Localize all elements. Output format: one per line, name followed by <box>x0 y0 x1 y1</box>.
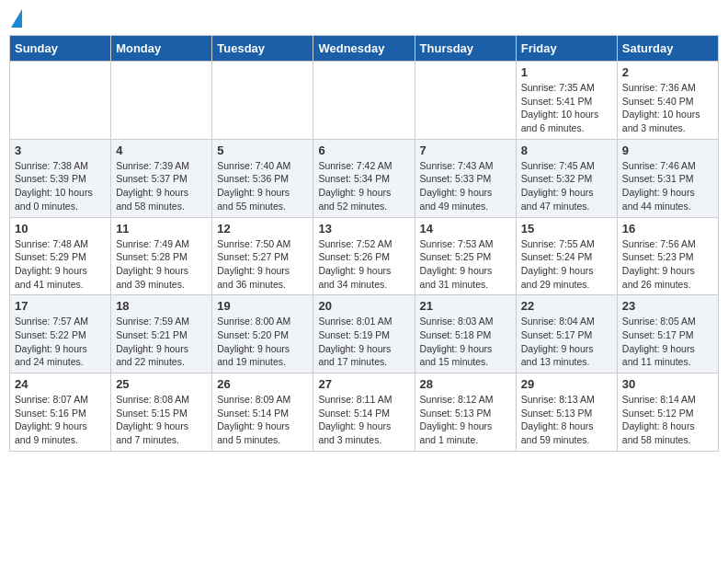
day-cell: 29Sunrise: 8:13 AM Sunset: 5:13 PM Dayli… <box>516 373 617 452</box>
day-info: Sunrise: 7:55 AM Sunset: 5:24 PM Dayligh… <box>521 237 612 292</box>
day-cell: 24Sunrise: 8:07 AM Sunset: 5:16 PM Dayli… <box>10 373 111 452</box>
day-info: Sunrise: 7:52 AM Sunset: 5:26 PM Dayligh… <box>318 237 409 292</box>
day-number: 5 <box>217 144 308 157</box>
day-info: Sunrise: 7:38 AM Sunset: 5:39 PM Dayligh… <box>15 159 106 213</box>
day-cell <box>212 62 313 140</box>
day-number: 13 <box>318 222 409 236</box>
day-cell: 21Sunrise: 8:03 AM Sunset: 5:18 PM Dayli… <box>415 295 516 373</box>
day-info: Sunrise: 8:09 AM Sunset: 5:14 PM Dayligh… <box>217 393 308 447</box>
day-info: Sunrise: 7:35 AM Sunset: 5:41 PM Dayligh… <box>521 81 612 135</box>
week-row-4: 17Sunrise: 7:57 AM Sunset: 5:22 PM Dayli… <box>10 295 719 373</box>
day-info: Sunrise: 7:43 AM Sunset: 5:33 PM Dayligh… <box>420 159 511 213</box>
day-number: 20 <box>318 299 409 313</box>
header-row: SundayMondayTuesdayWednesdayThursdayFrid… <box>10 36 719 62</box>
col-header-wednesday: Wednesday <box>313 36 415 62</box>
day-number: 28 <box>420 377 511 391</box>
day-number: 12 <box>217 222 308 236</box>
day-number: 2 <box>622 65 713 79</box>
day-cell: 11Sunrise: 7:49 AM Sunset: 5:28 PM Dayli… <box>111 217 212 295</box>
day-info: Sunrise: 7:48 AM Sunset: 5:29 PM Dayligh… <box>15 237 106 292</box>
day-number: 29 <box>521 377 612 391</box>
day-info: Sunrise: 7:46 AM Sunset: 5:31 PM Dayligh… <box>622 159 713 213</box>
day-cell: 7Sunrise: 7:43 AM Sunset: 5:33 PM Daylig… <box>415 139 516 217</box>
col-header-sunday: Sunday <box>10 36 111 62</box>
day-number: 8 <box>521 144 612 157</box>
col-header-saturday: Saturday <box>617 36 718 62</box>
day-cell: 8Sunrise: 7:45 AM Sunset: 5:32 PM Daylig… <box>516 139 617 217</box>
day-cell: 18Sunrise: 7:59 AM Sunset: 5:21 PM Dayli… <box>111 295 212 373</box>
week-row-2: 3Sunrise: 7:38 AM Sunset: 5:39 PM Daylig… <box>10 139 719 217</box>
day-info: Sunrise: 8:13 AM Sunset: 5:13 PM Dayligh… <box>521 393 612 447</box>
day-info: Sunrise: 7:57 AM Sunset: 5:22 PM Dayligh… <box>15 315 106 369</box>
day-info: Sunrise: 7:45 AM Sunset: 5:32 PM Dayligh… <box>521 159 612 213</box>
day-cell <box>415 62 516 140</box>
day-cell: 14Sunrise: 7:53 AM Sunset: 5:25 PM Dayli… <box>415 217 516 295</box>
day-number: 21 <box>420 299 511 313</box>
day-info: Sunrise: 7:39 AM Sunset: 5:37 PM Dayligh… <box>116 159 207 213</box>
day-cell: 30Sunrise: 8:14 AM Sunset: 5:12 PM Dayli… <box>617 373 718 452</box>
day-cell: 13Sunrise: 7:52 AM Sunset: 5:26 PM Dayli… <box>313 217 415 295</box>
day-number: 16 <box>622 222 713 236</box>
day-number: 6 <box>318 144 409 157</box>
day-number: 14 <box>420 222 511 236</box>
day-cell <box>111 62 212 140</box>
day-cell: 1Sunrise: 7:35 AM Sunset: 5:41 PM Daylig… <box>516 62 617 140</box>
calendar-table: SundayMondayTuesdayWednesdayThursdayFrid… <box>9 35 719 452</box>
day-cell: 12Sunrise: 7:50 AM Sunset: 5:27 PM Dayli… <box>212 217 313 295</box>
day-cell: 10Sunrise: 7:48 AM Sunset: 5:29 PM Dayli… <box>10 217 111 295</box>
day-number: 19 <box>217 299 308 313</box>
day-info: Sunrise: 7:59 AM Sunset: 5:21 PM Dayligh… <box>116 315 207 369</box>
day-info: Sunrise: 7:50 AM Sunset: 5:27 PM Dayligh… <box>217 237 308 292</box>
week-row-1: 1Sunrise: 7:35 AM Sunset: 5:41 PM Daylig… <box>10 62 719 140</box>
week-row-3: 10Sunrise: 7:48 AM Sunset: 5:29 PM Dayli… <box>10 217 719 295</box>
day-cell: 25Sunrise: 8:08 AM Sunset: 5:15 PM Dayli… <box>111 373 212 452</box>
day-cell: 16Sunrise: 7:56 AM Sunset: 5:23 PM Dayli… <box>617 217 718 295</box>
day-info: Sunrise: 7:53 AM Sunset: 5:25 PM Dayligh… <box>420 237 511 292</box>
header <box>9 9 719 28</box>
day-cell <box>10 62 111 140</box>
day-number: 3 <box>15 144 106 157</box>
day-cell <box>313 62 415 140</box>
day-cell: 22Sunrise: 8:04 AM Sunset: 5:17 PM Dayli… <box>516 295 617 373</box>
day-number: 10 <box>15 222 106 236</box>
day-number: 7 <box>420 144 511 157</box>
col-header-tuesday: Tuesday <box>212 36 313 62</box>
day-cell: 23Sunrise: 8:05 AM Sunset: 5:17 PM Dayli… <box>617 295 718 373</box>
day-info: Sunrise: 7:56 AM Sunset: 5:23 PM Dayligh… <box>622 237 713 292</box>
day-number: 17 <box>15 299 106 313</box>
day-info: Sunrise: 8:04 AM Sunset: 5:17 PM Dayligh… <box>521 315 612 369</box>
day-number: 4 <box>116 144 207 157</box>
day-number: 26 <box>217 377 308 391</box>
day-number: 30 <box>622 377 713 391</box>
day-info: Sunrise: 8:07 AM Sunset: 5:16 PM Dayligh… <box>15 393 106 447</box>
day-cell: 3Sunrise: 7:38 AM Sunset: 5:39 PM Daylig… <box>10 139 111 217</box>
day-info: Sunrise: 7:40 AM Sunset: 5:36 PM Dayligh… <box>217 159 308 213</box>
day-cell: 6Sunrise: 7:42 AM Sunset: 5:34 PM Daylig… <box>313 139 415 217</box>
day-cell: 17Sunrise: 7:57 AM Sunset: 5:22 PM Dayli… <box>10 295 111 373</box>
day-info: Sunrise: 8:12 AM Sunset: 5:13 PM Dayligh… <box>420 393 511 447</box>
day-cell: 20Sunrise: 8:01 AM Sunset: 5:19 PM Dayli… <box>313 295 415 373</box>
col-header-friday: Friday <box>516 36 617 62</box>
day-cell: 19Sunrise: 8:00 AM Sunset: 5:20 PM Dayli… <box>212 295 313 373</box>
day-info: Sunrise: 8:00 AM Sunset: 5:20 PM Dayligh… <box>217 315 308 369</box>
day-number: 18 <box>116 299 207 313</box>
day-number: 25 <box>116 377 207 391</box>
day-cell: 4Sunrise: 7:39 AM Sunset: 5:37 PM Daylig… <box>111 139 212 217</box>
day-cell: 5Sunrise: 7:40 AM Sunset: 5:36 PM Daylig… <box>212 139 313 217</box>
day-info: Sunrise: 7:42 AM Sunset: 5:34 PM Dayligh… <box>318 159 409 213</box>
col-header-thursday: Thursday <box>415 36 516 62</box>
day-info: Sunrise: 8:01 AM Sunset: 5:19 PM Dayligh… <box>318 315 409 369</box>
day-number: 11 <box>116 222 207 236</box>
col-header-monday: Monday <box>111 36 212 62</box>
day-number: 24 <box>15 377 106 391</box>
logo-icon <box>11 9 22 28</box>
day-cell: 26Sunrise: 8:09 AM Sunset: 5:14 PM Dayli… <box>212 373 313 452</box>
day-info: Sunrise: 8:03 AM Sunset: 5:18 PM Dayligh… <box>420 315 511 369</box>
day-info: Sunrise: 7:36 AM Sunset: 5:40 PM Dayligh… <box>622 81 713 135</box>
day-number: 23 <box>622 299 713 313</box>
day-cell: 27Sunrise: 8:11 AM Sunset: 5:14 PM Dayli… <box>313 373 415 452</box>
day-number: 1 <box>521 65 612 79</box>
day-number: 15 <box>521 222 612 236</box>
day-number: 9 <box>622 144 713 157</box>
day-cell: 2Sunrise: 7:36 AM Sunset: 5:40 PM Daylig… <box>617 62 718 140</box>
